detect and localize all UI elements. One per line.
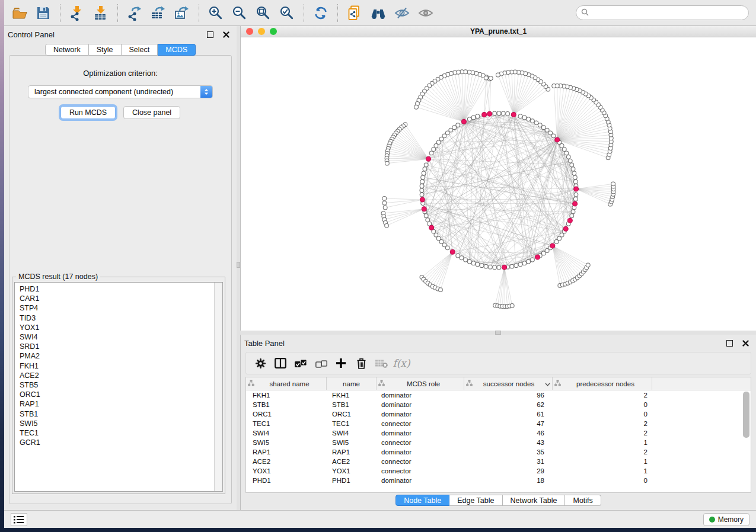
table-cell[interactable]: RAP1 (246, 448, 327, 456)
network-node[interactable] (571, 167, 575, 171)
split-panel-button[interactable] (271, 354, 290, 372)
delete-column-button[interactable] (352, 354, 371, 372)
table-cell[interactable]: SWI4 (327, 430, 377, 437)
network-node[interactable] (562, 148, 566, 152)
column-header-shared-name[interactable]: shared name (246, 377, 327, 390)
mcds-node[interactable] (422, 207, 426, 211)
close-panel-button[interactable] (222, 30, 231, 39)
network-node[interactable] (445, 131, 449, 135)
network-node[interactable] (493, 265, 497, 270)
mcds-result-item[interactable]: GCR1 (20, 438, 222, 447)
table-cell[interactable]: connector (377, 420, 464, 427)
network-node[interactable] (476, 114, 480, 118)
table-cell[interactable]: dominator (377, 401, 464, 408)
table-row[interactable]: SWI4SWI4dominator462 (246, 428, 751, 438)
table-cell[interactable]: 96 (464, 392, 553, 399)
mcds-list-scrollbar[interactable] (214, 283, 222, 491)
refresh-button[interactable] (310, 3, 331, 23)
network-node[interactable] (541, 126, 546, 130)
table-cell[interactable]: 2 (553, 448, 652, 456)
network-node[interactable] (518, 262, 522, 267)
share-document-button[interactable] (344, 3, 365, 23)
column-header-MCDS-role[interactable]: MCDS role (377, 377, 464, 390)
mcds-node[interactable] (574, 187, 579, 191)
mcds-result-item[interactable]: PHD1 (20, 284, 222, 294)
table-cell[interactable]: 29 (464, 467, 553, 475)
table-cell[interactable]: 0 (553, 411, 652, 418)
export-table-button[interactable] (148, 3, 169, 23)
zoom-fit-button[interactable] (253, 3, 274, 23)
mcds-result-item[interactable]: STP4 (20, 303, 222, 313)
tab-network-table[interactable]: Network Table (503, 495, 566, 506)
table-cell[interactable]: connector (377, 458, 464, 465)
close-window-button[interactable] (246, 28, 253, 35)
network-node[interactable] (467, 117, 471, 121)
table-cell[interactable]: 2 (553, 420, 652, 427)
network-node[interactable] (531, 119, 535, 123)
network-node[interactable] (510, 304, 514, 308)
mcds-result-item[interactable]: STB1 (20, 409, 222, 419)
network-node[interactable] (385, 223, 389, 227)
network-node[interactable] (423, 167, 427, 171)
hide-unselected-button[interactable] (391, 3, 413, 23)
column-header-name[interactable]: name (327, 377, 377, 390)
show-panels-button[interactable] (11, 513, 27, 526)
table-cell[interactable]: FKH1 (246, 392, 327, 399)
table-cell[interactable]: TEC1 (327, 420, 377, 427)
mcds-node[interactable] (420, 197, 425, 202)
horizontal-splitter-grip[interactable] (495, 331, 501, 335)
network-node[interactable] (488, 265, 492, 269)
network-node[interactable] (564, 151, 569, 155)
network-node[interactable] (385, 161, 389, 165)
table-cell[interactable]: FKH1 (327, 392, 377, 399)
mcds-node[interactable] (461, 119, 466, 124)
table-cell[interactable]: PHD1 (327, 477, 377, 484)
network-node[interactable] (422, 171, 426, 175)
network-node[interactable] (420, 184, 424, 188)
network-node[interactable] (420, 188, 424, 193)
mcds-node[interactable] (563, 226, 568, 231)
network-node[interactable] (484, 264, 488, 268)
network-node[interactable] (484, 76, 488, 80)
table-cell[interactable]: 35 (464, 448, 553, 456)
mcds-node[interactable] (429, 225, 434, 230)
close-panel-action-button[interactable]: Close panel (123, 106, 180, 119)
network-node[interactable] (527, 117, 531, 121)
search-field[interactable] (576, 5, 749, 20)
table-cell[interactable]: SWI5 (327, 439, 377, 446)
network-node[interactable] (574, 193, 578, 197)
zoom-in-button[interactable] (205, 3, 227, 23)
table-cell[interactable]: dominator (377, 477, 464, 484)
network-node[interactable] (570, 214, 574, 218)
network-node[interactable] (527, 259, 531, 264)
network-node[interactable] (497, 265, 501, 270)
network-node[interactable] (510, 264, 514, 268)
table-cell[interactable]: 18 (464, 477, 553, 484)
import-table-button[interactable] (90, 3, 111, 23)
table-cell[interactable]: TEC1 (246, 420, 327, 427)
run-mcds-button[interactable]: Run MCDS (60, 106, 116, 119)
table-cell[interactable]: 2 (553, 392, 652, 399)
table-cell[interactable]: STB1 (327, 401, 377, 408)
network-node[interactable] (471, 116, 476, 120)
table-cell[interactable]: SWI4 (246, 430, 327, 437)
table-cell[interactable]: 62 (464, 401, 553, 408)
mcds-node[interactable] (535, 255, 540, 259)
mcds-node[interactable] (511, 113, 516, 117)
network-node[interactable] (436, 140, 441, 145)
table-cell[interactable]: 1 (553, 439, 652, 446)
network-node[interactable] (538, 123, 542, 127)
network-node[interactable] (573, 197, 578, 201)
add-column-button[interactable] (331, 354, 350, 372)
mcds-node[interactable] (482, 113, 487, 117)
network-node[interactable] (611, 182, 615, 186)
mcds-result-item[interactable]: CAR1 (20, 294, 222, 303)
table-cell[interactable]: YOX1 (246, 467, 327, 475)
save-button[interactable] (33, 3, 54, 23)
network-node[interactable] (467, 259, 471, 264)
network-node[interactable] (456, 254, 460, 258)
network-node[interactable] (531, 258, 535, 262)
table-row[interactable]: ORC1ORC1dominator610 (246, 409, 751, 419)
table-cell[interactable]: ORC1 (246, 411, 327, 418)
table-row[interactable]: STB1STB1dominator620 (246, 400, 751, 409)
